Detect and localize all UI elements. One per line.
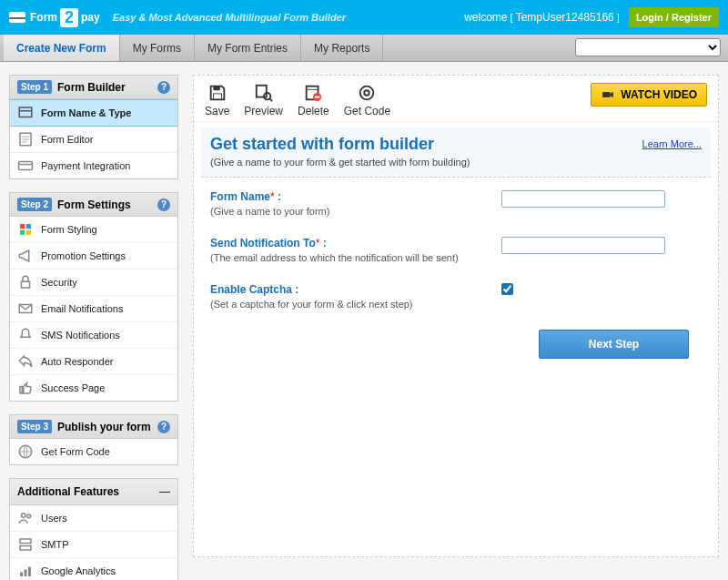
email-icon	[17, 301, 34, 316]
svg-rect-22	[213, 86, 219, 91]
svg-rect-8	[20, 224, 25, 229]
sidebar-item-google-analytics[interactable]: Google Analytics	[10, 558, 177, 580]
preview-button[interactable]: Preview	[244, 83, 283, 117]
svg-line-26	[269, 98, 272, 101]
row-enable-captcha: Enable Captcha : (Set a captcha for your…	[210, 283, 702, 310]
bell-icon	[17, 328, 34, 342]
lock-icon	[17, 275, 34, 290]
delete-button[interactable]: Delete	[298, 83, 329, 117]
watch-video-button[interactable]: WATCH VIDEO	[591, 83, 707, 107]
sidebar-item-email-notifications[interactable]: Email Notifications	[10, 296, 177, 322]
floppy-icon	[207, 83, 228, 103]
sidebar-item-get-form-code[interactable]: Get Form Code	[10, 439, 177, 464]
megaphone-icon	[17, 249, 34, 263]
step1-panel: Step 1 Form Builder ? Form Name & Type F…	[9, 75, 178, 179]
body: Step 1 Form Builder ? Form Name & Type F…	[0, 62, 728, 580]
svg-rect-6	[19, 162, 33, 170]
svg-point-31	[360, 86, 374, 100]
svg-rect-19	[20, 573, 23, 577]
enable-captcha-checkbox[interactable]	[501, 283, 513, 295]
sidebar-item-form-editor[interactable]: Form Editor	[10, 127, 177, 153]
af-header[interactable]: Additional Features —	[9, 478, 178, 504]
sidebar: Step 1 Form Builder ? Form Name & Type F…	[9, 75, 178, 580]
server-icon	[17, 537, 34, 552]
form-name-input[interactable]	[501, 190, 665, 208]
svg-point-16	[27, 514, 31, 518]
nav-my-reports[interactable]: My Reports	[301, 35, 383, 61]
toolbar: Save Preview Delete Get Code WATCH VIDEO	[194, 76, 718, 122]
editor-icon	[17, 132, 34, 147]
nav-create-new-form[interactable]: Create New Form	[4, 35, 120, 61]
sidebar-item-users[interactable]: Users	[10, 505, 177, 532]
svg-point-15	[22, 514, 26, 518]
tagline: Easy & Most Advanced Multilingual Form B…	[113, 12, 346, 23]
form-selector[interactable]	[575, 38, 721, 56]
svg-rect-11	[26, 230, 31, 235]
row-form-name: Form Name* : (Give a name to your form)	[210, 190, 702, 217]
app-frame: Form2pay Easy & Most Advanced Multilingu…	[0, 0, 728, 580]
gear-icon	[356, 83, 378, 103]
sidebar-item-payment-integration[interactable]: Payment Integration	[10, 153, 177, 178]
sidebar-item-sms-notifications[interactable]: SMS Notifications	[10, 322, 177, 349]
delete-icon	[302, 83, 324, 103]
intro-subtitle: (Give a name to your form & get started …	[210, 157, 702, 168]
sidebar-item-form-styling[interactable]: Form Styling	[10, 217, 177, 243]
svg-rect-10	[20, 230, 25, 235]
reply-icon	[17, 354, 34, 369]
intro-title: Get started with form builder	[210, 135, 702, 154]
next-step-button[interactable]: Next Step	[539, 330, 689, 359]
svg-rect-12	[22, 281, 30, 288]
svg-point-32	[365, 90, 370, 96]
step-tag: Step 1	[17, 80, 52, 94]
logo: Form2pay	[9, 8, 100, 27]
svg-rect-9	[26, 224, 31, 229]
save-button[interactable]: Save	[205, 83, 229, 117]
sidebar-item-security[interactable]: Security	[10, 270, 177, 296]
sidebar-item-success-page[interactable]: Success Page	[10, 375, 177, 401]
globe-icon	[17, 444, 34, 459]
step3-header: Step 3 Publish your form ?	[10, 415, 177, 439]
sidebar-item-auto-responder[interactable]: Auto Responder	[10, 349, 177, 375]
sidebar-item-smtp[interactable]: SMTP	[10, 532, 177, 558]
thumb-icon	[17, 381, 34, 395]
step3-panel: Step 3 Publish your form ? Get Form Code	[9, 414, 178, 465]
nav-my-form-entries[interactable]: My Form Entries	[195, 35, 301, 61]
svg-rect-33	[602, 92, 610, 97]
step2-header: Step 2 Form Settings ?	[10, 193, 177, 217]
payment-icon	[17, 158, 34, 173]
learn-more-link[interactable]: Learn More...	[642, 138, 702, 149]
svg-rect-23	[213, 94, 221, 99]
login-register-button[interactable]: Login / Register	[629, 7, 719, 27]
help-icon[interactable]: ?	[157, 421, 170, 433]
step2-panel: Step 2 Form Settings ? Form Styling Prom…	[9, 192, 178, 402]
step-title: Form Builder	[57, 81, 152, 94]
additional-features: Additional Features — Users SMTP Google …	[9, 478, 178, 580]
intro-box: Get started with form builder (Give a na…	[201, 127, 711, 178]
magnifier-icon	[253, 83, 275, 103]
main-panel: Save Preview Delete Get Code WATCH VIDEO…	[193, 75, 719, 557]
form-area: Form Name* : (Give a name to your form) …	[194, 178, 718, 371]
analytics-icon	[17, 564, 34, 578]
get-code-button[interactable]: Get Code	[344, 83, 390, 117]
svg-rect-0	[19, 107, 32, 117]
form-icon	[17, 106, 34, 120]
svg-rect-17	[20, 539, 31, 544]
svg-rect-21	[28, 567, 31, 577]
collapse-icon: —	[159, 485, 170, 498]
help-icon[interactable]: ?	[157, 198, 170, 211]
nav-bar: Create New Form My Forms My Form Entries…	[0, 35, 728, 62]
svg-rect-18	[20, 546, 31, 551]
row-send-notification: Send Notification To* : (The email addre…	[210, 237, 702, 263]
step1-header: Step 1 Form Builder ?	[10, 76, 177, 99]
top-header: Form2pay Easy & Most Advanced Multilingu…	[0, 0, 728, 35]
sidebar-item-form-name-type[interactable]: Form Name & Type	[10, 99, 177, 127]
styling-icon	[17, 222, 34, 237]
notification-email-input[interactable]	[501, 237, 665, 254]
card-icon	[9, 12, 25, 23]
help-icon[interactable]: ?	[157, 81, 170, 94]
users-icon	[17, 511, 34, 525]
nav-my-forms[interactable]: My Forms	[120, 35, 195, 61]
svg-rect-20	[25, 570, 27, 577]
welcome-text: welcome [ TempUser12485166 ]	[464, 11, 620, 24]
sidebar-item-promotion-settings[interactable]: Promotion Settings	[10, 243, 177, 270]
